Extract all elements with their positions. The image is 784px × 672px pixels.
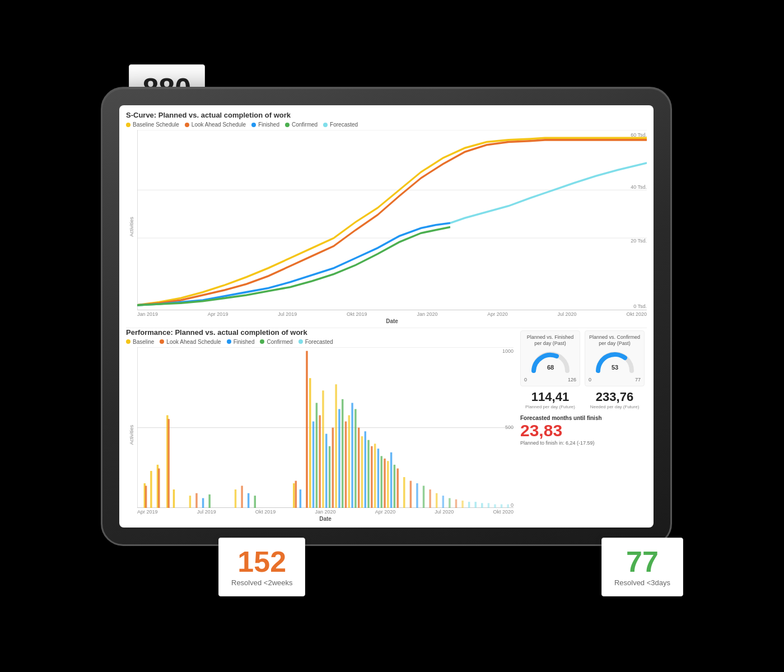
- resolved-3days-label: Resolved <3days: [614, 578, 670, 587]
- x-tick-apr20: Apr 2020: [487, 311, 508, 317]
- stat-planned-day: 114,41 Planned per day (Future): [520, 390, 580, 409]
- svg-rect-52: [384, 459, 385, 508]
- gauge-confirmed-svg: 53: [592, 348, 637, 374]
- svg-rect-45: [361, 436, 363, 508]
- svg-rect-59: [416, 483, 418, 508]
- stat-planned-label: Planned per day (Future): [520, 404, 580, 409]
- svg-rect-23: [248, 493, 249, 508]
- x-tick-apr19: Apr 2019: [208, 311, 228, 317]
- scurve-y-bot: 0 Tsd.: [633, 304, 647, 309]
- scurve-area: Activities 60 Tsd. 40 Tsd. 20 Tsd. 0 Tsd…: [126, 130, 647, 324]
- performance-svg: [137, 347, 514, 508]
- lookahead-dot: [185, 123, 189, 127]
- stat-needed-day: 233,76 Needed per day (Future): [585, 390, 645, 409]
- svg-rect-47: [367, 440, 369, 508]
- perf-x-jul20: Jul 2020: [435, 509, 454, 515]
- performance-x-title: Date: [137, 516, 514, 522]
- stats-row: 114,41 Planned per day (Future) 233,76 N…: [520, 390, 645, 409]
- svg-rect-51: [380, 456, 382, 508]
- svg-rect-19: [202, 498, 204, 508]
- svg-rect-29: [309, 378, 311, 508]
- finished-dot: [251, 123, 256, 127]
- resolved-2weeks-label: Resolved <2weeks: [231, 578, 292, 587]
- forecasted-dot: [323, 123, 328, 127]
- svg-rect-21: [235, 489, 236, 508]
- gauge-finished-numbers: 0 126: [524, 377, 576, 382]
- performance-title: Performance: Planned vs. actual completi…: [126, 328, 514, 337]
- x-tick-okt19: Okt 2019: [347, 311, 367, 317]
- stat-needed-value: 233,76: [585, 390, 645, 404]
- svg-rect-63: [442, 496, 444, 508]
- performance-legend: Baseline Look Ahead Schedule Finished: [126, 339, 514, 345]
- svg-rect-44: [358, 427, 360, 508]
- forecast-title: Forecasted months until finish: [520, 415, 645, 421]
- bottom-section: Performance: Planned vs. actual completi…: [126, 328, 647, 522]
- perf-finished-dot: [227, 339, 231, 344]
- scurve-x-axis: Jan 2019 Apr 2019 Jul 2019 Okt 2019 Jan …: [137, 310, 647, 317]
- perf-x-apr20: Apr 2020: [375, 509, 396, 515]
- svg-rect-15: [158, 468, 160, 508]
- svg-rect-55: [394, 465, 395, 508]
- x-tick-jul20: Jul 2020: [558, 311, 577, 317]
- perf-legend-forecasted: Forecasted: [298, 339, 333, 345]
- svg-rect-54: [390, 452, 392, 508]
- svg-rect-68: [474, 502, 476, 508]
- perf-x-apr19: Apr 2019: [137, 509, 158, 515]
- performance-chart-area: Activities 1000 500 0: [126, 347, 514, 522]
- forecast-section: Forecasted months until finish 23,83 Pla…: [520, 413, 645, 448]
- performance-y-label: Activities: [126, 347, 137, 522]
- perf-forecasted-label: Forecasted: [305, 339, 333, 345]
- scurve-y-top: 60 Tsd.: [631, 132, 647, 138]
- tablet-device: S-Curve: Planned vs. actual completion o…: [101, 87, 672, 546]
- svg-rect-10: [150, 471, 152, 508]
- perf-x-jul19: Jul 2019: [197, 509, 216, 515]
- perf-legend-lookahead: Look Ahead Schedule: [160, 339, 221, 345]
- svg-rect-28: [306, 351, 307, 508]
- svg-rect-46: [365, 431, 366, 508]
- resolved-2weeks-number: 152: [231, 547, 292, 576]
- svg-text:53: 53: [611, 364, 618, 371]
- perf-x-jan20: Jan 2020: [315, 509, 335, 515]
- right-panel: Planned vs. Finishedper day (Past) 68: [518, 328, 647, 522]
- resolved-3days-number: 77: [614, 547, 670, 576]
- perf-finished-label: Finished: [234, 339, 255, 345]
- svg-rect-67: [468, 502, 470, 508]
- svg-rect-39: [342, 399, 343, 508]
- perf-lookahead-label: Look Ahead Schedule: [166, 339, 221, 345]
- screen-content: S-Curve: Planned vs. actual completion o…: [119, 105, 654, 528]
- svg-rect-57: [403, 477, 405, 508]
- legend-forecasted: Forecasted: [323, 122, 358, 128]
- svg-rect-17: [189, 496, 191, 508]
- x-tick-okt20: Okt 2020: [626, 311, 647, 317]
- gauge-confirmed-max: 77: [635, 377, 641, 382]
- svg-text:68: 68: [547, 364, 553, 371]
- scurve-x-title: Date: [137, 318, 647, 324]
- svg-rect-34: [325, 433, 327, 508]
- legend-baseline: Baseline Schedule: [126, 122, 179, 128]
- baseline-dot: [126, 123, 130, 127]
- confirmed-dot: [285, 123, 290, 127]
- gauge-finished: Planned vs. Finishedper day (Past) 68: [520, 330, 580, 387]
- svg-rect-41: [348, 415, 350, 508]
- legend-finished: Finished: [251, 122, 279, 128]
- legend-confirmed-label: Confirmed: [292, 122, 318, 128]
- svg-rect-53: [387, 461, 389, 508]
- legend-confirmed: Confirmed: [285, 122, 318, 128]
- perf-baseline-dot: [126, 339, 130, 344]
- perf-y-0: 0: [511, 502, 514, 508]
- gauge-confirmed: Planned vs. Confirmedper day (Past) 53: [585, 330, 645, 387]
- svg-rect-14: [145, 486, 147, 508]
- perf-baseline-label: Baseline: [133, 339, 154, 345]
- gauge-finished-min: 0: [524, 377, 527, 382]
- scurve-svg: [137, 130, 647, 310]
- perf-legend-baseline: Baseline: [126, 339, 154, 345]
- gauge-confirmed-title: Planned vs. Confirmedper day (Past): [589, 334, 641, 347]
- svg-rect-71: [494, 504, 496, 508]
- gauge-confirmed-min: 0: [589, 377, 591, 382]
- svg-rect-13: [173, 489, 175, 508]
- svg-rect-38: [338, 409, 340, 508]
- legend-forecasted-label: Forecasted: [330, 122, 358, 128]
- perf-confirmed-dot: [260, 339, 264, 344]
- svg-rect-56: [396, 468, 398, 508]
- perf-confirmed-label: Confirmed: [267, 339, 292, 345]
